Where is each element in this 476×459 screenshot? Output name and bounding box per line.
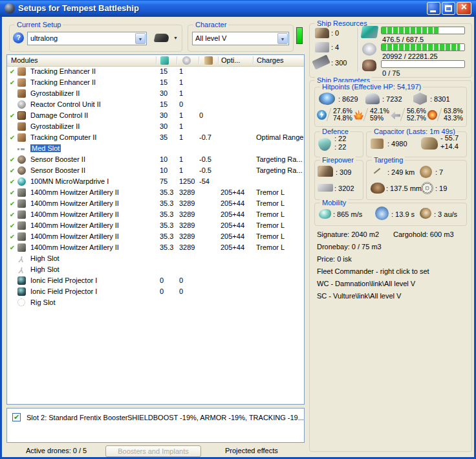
table-row[interactable]: ✔Tracking Enhancer II151 (7, 66, 304, 77)
setup-select-value: ultralong (30, 34, 58, 42)
table-row[interactable]: Ionic Field Projector I00 (7, 286, 304, 297)
turret-hardpoints-icon (315, 28, 329, 38)
module-pg: 3289 (177, 209, 199, 220)
minimize-button[interactable] (427, 2, 440, 15)
character-select[interactable]: All level V ▼ (192, 32, 289, 45)
gyrostabilizer-icon (17, 121, 30, 132)
table-row[interactable]: Gyrostabilizer II301 (7, 121, 304, 132)
table-row[interactable]: High Slot (7, 264, 304, 275)
module-charge: Targeting Ra... (253, 154, 304, 165)
ionic-field-icon (17, 275, 30, 286)
ship-resources-group: Ship Resources : 0 : 4 : 300 476.5 / 687… (309, 23, 472, 78)
hitpoints-label: Hitpoints (Effective HP: 54,197) (320, 82, 423, 91)
module-optimal: 205+44 (218, 187, 253, 198)
powergrid-usage-value: 20992 / 22281.25 (382, 52, 438, 60)
charges-column-header[interactable]: Charges (257, 56, 284, 64)
mobility-group: Mobility : 865 m/s : 13.9 s : 3 au/s (314, 203, 467, 226)
powergrid-column-icon[interactable] (182, 56, 191, 65)
module-cpu (156, 297, 177, 308)
modules-list[interactable]: Modules Opti... Charges ✔Tracking Enhanc… (6, 54, 305, 405)
structure-hp-icon (413, 93, 427, 105)
module-cpu: 35.3 (156, 209, 177, 220)
maximize-button[interactable] (442, 2, 455, 15)
cargohold-info: Cargohold: 600 m3 (393, 230, 454, 238)
module-pg: 1 (177, 132, 199, 143)
cpu-column-icon[interactable] (160, 56, 169, 65)
artillery-icon (17, 242, 30, 253)
module-optimal (218, 297, 253, 308)
module-cpu: 15 (156, 66, 177, 77)
high-slot-icon (17, 264, 30, 275)
table-row[interactable]: Med Slot (7, 143, 304, 154)
module-name: Sensor Booster II (30, 165, 156, 176)
module-cpu: 35.3 (156, 220, 177, 231)
table-row[interactable]: ✔1400mm Howitzer Artillery II35.33289205… (7, 220, 304, 231)
tab-active-drones[interactable]: Active drones: 0 / 5 (26, 447, 87, 454)
module-pg: 1 (177, 110, 199, 121)
module-charge (253, 88, 304, 99)
table-row[interactable]: ✔1400mm Howitzer Artillery II35.33289205… (7, 231, 304, 242)
module-optimal (218, 253, 253, 264)
close-button[interactable] (457, 2, 471, 15)
chevron-down-icon[interactable]: ▼ (135, 33, 146, 44)
kinetic-icon (391, 110, 400, 120)
table-row[interactable]: Gyrostabilizer II301 (7, 88, 304, 99)
table-row[interactable]: ✔100MN MicroWarpdrive I751250-54 (7, 176, 304, 187)
cpu-icon (361, 26, 379, 38)
booster-effects: SHIELDBOOST -19%, ARMOR -19%, TRACKING -… (127, 414, 304, 421)
module-cap: -0.5 (199, 165, 218, 176)
chevron-down-icon[interactable]: ▼ (277, 33, 288, 44)
fitted-check-icon: ✔ (7, 220, 17, 231)
module-name: Ionic Field Projector I (30, 286, 156, 297)
tab-projected-effects[interactable]: Projected effects (225, 447, 278, 454)
structure-hp-value: : 8301 (430, 95, 450, 103)
damage-control-icon (17, 110, 30, 121)
table-row[interactable]: Rig Slot (7, 297, 304, 308)
tracking-enhancer-icon (17, 66, 30, 77)
help-icon[interactable]: ? (13, 32, 24, 43)
table-row[interactable]: ✔Damage Control II3010 (7, 110, 304, 121)
setup-actions-button[interactable]: ▼ (153, 30, 179, 46)
fitted-check-icon: ✔ (7, 132, 17, 143)
table-row[interactable]: ✔1400mm Howitzer Artillery II35.33289205… (7, 242, 304, 253)
module-name: Tracking Enhancer II (30, 66, 156, 77)
warp-speed-icon (420, 208, 431, 219)
title-bar[interactable]: Setups for Tempest Battleship (0, 0, 476, 17)
module-cap (199, 275, 218, 286)
table-row[interactable]: ✔1400mm Howitzer Artillery II35.33289205… (7, 187, 304, 198)
module-pg: 0 (177, 99, 199, 110)
setup-select[interactable]: ultralong ▼ (27, 32, 147, 45)
module-pg: 0 (177, 275, 199, 286)
table-row[interactable]: ✔1400mm Howitzer Artillery II35.33289205… (7, 209, 304, 220)
fitted-check-icon: ✔ (7, 66, 17, 77)
module-pg (177, 264, 199, 275)
defence-value-2: : 22 (334, 143, 346, 151)
med-slot-icon (17, 143, 30, 154)
table-row[interactable]: ✔1400mm Howitzer Artillery II35.33289205… (7, 198, 304, 209)
module-pg: 1 (177, 121, 199, 132)
capacitor-column-icon[interactable] (204, 56, 213, 65)
table-row[interactable]: ✔Sensor Booster II101-0.5Targeting Ra... (7, 165, 304, 176)
table-row[interactable]: Ionic Field Projector I00 (7, 275, 304, 286)
optimal-column-header[interactable]: Opti... (221, 56, 240, 64)
table-row[interactable]: ✔Tracking Enhancer II151 (7, 77, 304, 88)
table-row[interactable]: ✔Tracking Computer II351-0.7Optimal Rang… (7, 132, 304, 143)
modules-column-header[interactable]: Modules (11, 56, 38, 64)
fitted-check-icon (7, 297, 17, 308)
booster-checkbox[interactable]: ✔ (12, 413, 21, 421)
artillery-icon (17, 220, 30, 231)
launcher-hardpoints-icon (315, 42, 329, 52)
armor-hp-value: : 7232 (382, 95, 402, 103)
module-name: Gyrostabilizer II (30, 88, 156, 99)
fitted-check-icon: ✔ (7, 209, 17, 220)
boosters-and-implants-button[interactable]: Boosters and Implants (105, 445, 201, 457)
modules-table-header[interactable]: Modules Opti... Charges (7, 55, 304, 67)
max-targets-icon (420, 166, 432, 178)
module-cpu: 0 (156, 275, 177, 286)
table-row[interactable]: Reactor Control Unit II150 (7, 99, 304, 110)
module-pg: 1 (177, 77, 199, 88)
current-setup-group: Current Setup ? ultralong ▼ ▼ (9, 25, 182, 52)
table-row[interactable]: High Slot (7, 253, 304, 264)
module-cpu (156, 143, 177, 154)
table-row[interactable]: ✔Sensor Booster II101-0.5Targeting Ra... (7, 154, 304, 165)
